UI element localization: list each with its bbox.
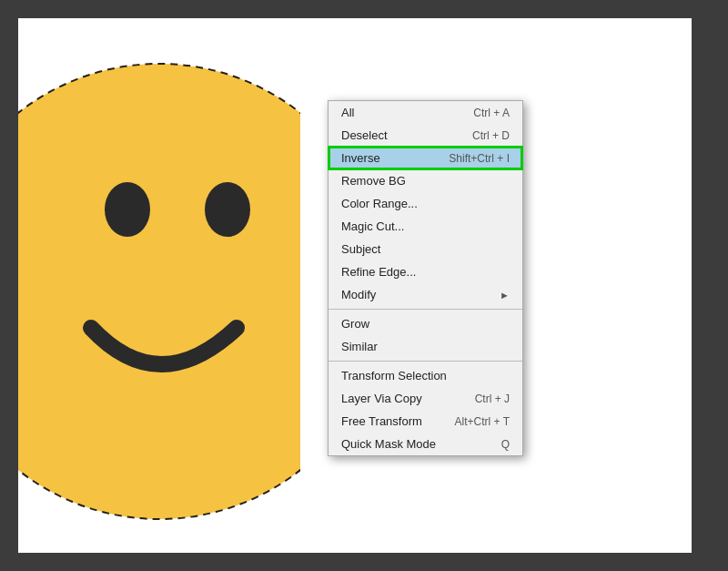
menu-item-similar[interactable]: Similar — [329, 335, 522, 358]
menu-item-deselect-shortcut: Ctrl + D — [472, 129, 510, 142]
menu-item-layer-via-copy[interactable]: Layer Via Copy Ctrl + J — [329, 387, 522, 410]
menu-item-color-range-label: Color Range... — [341, 197, 418, 210]
svg-point-1 — [105, 182, 150, 237]
menu-item-similar-label: Similar — [341, 340, 378, 353]
context-menu: All Ctrl + A Deselect Ctrl + D Inverse S… — [328, 100, 523, 456]
svg-point-0 — [18, 64, 300, 519]
menu-item-grow[interactable]: Grow — [329, 312, 522, 335]
submenu-arrow-icon: ► — [500, 290, 510, 301]
menu-item-subject[interactable]: Subject — [329, 238, 522, 260]
menu-item-transform-selection[interactable]: Transform Selection — [329, 364, 522, 387]
menu-item-magic-cut[interactable]: Magic Cut... — [329, 215, 522, 238]
menu-item-layer-via-copy-shortcut: Ctrl + J — [475, 393, 510, 405]
menu-separator-1 — [329, 309, 522, 310]
menu-item-quick-mask-mode-shortcut: Q — [501, 438, 510, 451]
menu-item-subject-label: Subject — [341, 242, 380, 256]
menu-item-color-range[interactable]: Color Range... — [329, 192, 522, 215]
menu-item-all[interactable]: All Ctrl + A — [329, 101, 522, 124]
menu-item-quick-mask-mode[interactable]: Quick Mask Mode Q — [329, 433, 522, 455]
menu-item-all-label: All — [341, 106, 354, 119]
svg-point-2 — [205, 182, 250, 237]
menu-item-free-transform-shortcut: Alt+Ctrl + T — [455, 415, 510, 428]
menu-item-free-transform[interactable]: Free Transform Alt+Ctrl + T — [329, 410, 522, 433]
menu-item-transform-selection-label: Transform Selection — [341, 369, 447, 382]
menu-item-inverse-label: Inverse — [341, 151, 380, 165]
menu-item-grow-label: Grow — [341, 317, 369, 331]
menu-item-all-shortcut: Ctrl + A — [473, 107, 510, 119]
smiley-face — [18, 18, 300, 546]
menu-item-deselect-label: Deselect — [341, 128, 388, 142]
menu-item-free-transform-label: Free Transform — [341, 414, 422, 428]
menu-item-inverse-shortcut: Shift+Ctrl + I — [449, 152, 510, 165]
menu-item-refine-edge-label: Refine Edge... — [341, 265, 416, 279]
menu-item-magic-cut-label: Magic Cut... — [341, 219, 404, 233]
menu-separator-2 — [329, 361, 522, 362]
menu-item-deselect[interactable]: Deselect Ctrl + D — [329, 124, 522, 147]
menu-item-layer-via-copy-label: Layer Via Copy — [341, 392, 422, 405]
menu-item-quick-mask-mode-label: Quick Mask Mode — [341, 437, 436, 451]
menu-item-refine-edge[interactable]: Refine Edge... — [329, 260, 522, 283]
menu-item-remove-bg-label: Remove BG — [341, 174, 406, 188]
menu-item-inverse[interactable]: Inverse Shift+Ctrl + I — [329, 147, 522, 169]
menu-item-modify[interactable]: Modify ► — [329, 283, 522, 306]
menu-item-remove-bg[interactable]: Remove BG — [329, 169, 522, 192]
menu-item-modify-label: Modify — [341, 288, 376, 301]
